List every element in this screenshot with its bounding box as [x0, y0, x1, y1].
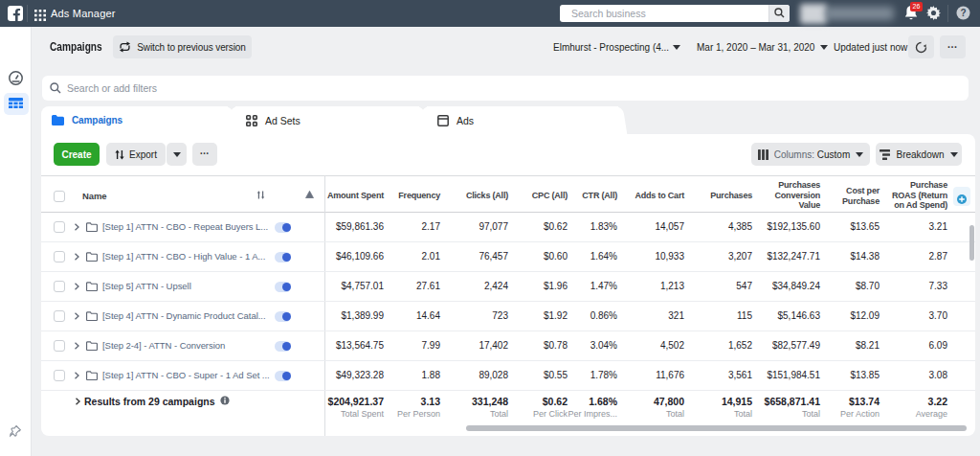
svg-text:?: ?: [960, 8, 966, 18]
